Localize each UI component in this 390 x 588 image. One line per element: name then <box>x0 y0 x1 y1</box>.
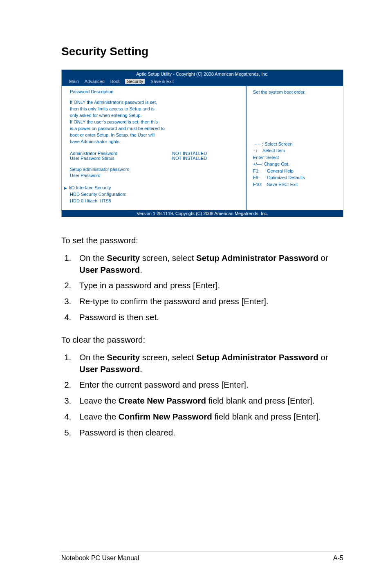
clear-step-2: Enter the current password and press [En… <box>74 379 343 391</box>
set-step-2: Type in a password and press [Enter]. <box>74 280 343 292</box>
desc-line: have Administrator rights. <box>70 139 241 145</box>
desc-line: then this only limits access to Setup an… <box>70 106 241 112</box>
password-description-title: Password Description <box>70 89 241 95</box>
nav-f9-key: F9: <box>253 174 267 181</box>
desc-line: is a power on password and must be enter… <box>70 126 241 132</box>
bios-left-pane: Password Description If ONLY the Adminis… <box>62 85 247 210</box>
desc-line: If ONLY the Administrator's password is … <box>70 99 241 106</box>
hdd0: HDD 0:Hitachi HTS5 <box>70 198 241 204</box>
footer-right: A-5 <box>333 554 343 562</box>
desc-line: If ONLY the user's password is set, then… <box>70 119 241 126</box>
set-password-intro: To set the password: <box>61 234 343 247</box>
arrow-ud-icon: ↑↓ <box>253 148 258 153</box>
bios-right-pane: Set the system boot order. →←: Select Sc… <box>247 85 343 210</box>
nav-optimized-defaults: Optimized Defaults <box>267 175 305 180</box>
user-password-status-label: User Password Status <box>70 156 172 161</box>
clear-step-5: Password is then cleared. <box>74 427 343 439</box>
arrow-lr-icon: →← <box>253 141 262 146</box>
clear-password-steps: On the Security screen, select Setup Adm… <box>61 352 343 438</box>
set-step-4: Password is then set. <box>74 312 343 323</box>
set-step-3: Re-type to confirm the password and pres… <box>74 296 343 307</box>
nav-general-help: General Help <box>267 168 294 173</box>
bios-title-bar: Aptio Setup Utility - Copyright (C) 2008… <box>62 70 343 78</box>
bios-menu-security: Security <box>125 79 145 84</box>
bios-menu-save-exit: Save & Exit <box>150 79 174 84</box>
nav-f1-key: F1: <box>253 168 267 175</box>
desc-line: boot or enter Setup. In Setup, the User … <box>70 132 241 139</box>
footer-left: Notebook PC User Manual <box>61 554 139 562</box>
nav-change-opt: +/—: Change Opt. <box>253 161 339 168</box>
bios-menu-advanced: Advanced <box>85 79 105 84</box>
page-footer: Notebook PC User Manual A-5 <box>61 552 343 562</box>
nav-select-item: Select Item <box>262 148 285 153</box>
clear-step-1: On the Security screen, select Setup Adm… <box>74 352 343 375</box>
set-step-1: On the Security screen, select Setup Adm… <box>74 252 343 276</box>
admin-password-label: Administrator Password <box>70 151 172 156</box>
bios-screenshot: Aptio Setup Utility - Copyright (C) 2008… <box>61 70 343 217</box>
desc-line: only asked for when entering Setup. <box>70 112 241 119</box>
bios-menu-main: Main <box>69 79 79 84</box>
admin-password-value: NOT INSTALLED <box>172 151 207 156</box>
setup-admin-password: Setup administrator password <box>70 166 241 173</box>
set-password-steps: On the Security screen, select Setup Adm… <box>61 252 343 323</box>
bios-menu-boot: Boot <box>110 79 120 84</box>
page-heading: Security Setting <box>61 45 343 58</box>
nav-select-screen: Select Screen <box>264 141 292 146</box>
help-text: Set the system boot order. <box>253 89 339 96</box>
hdd-security-config: HDD Security Configuration: <box>70 191 241 198</box>
bios-menu-bar: Main Advanced Boot Security Save & Exit <box>62 78 343 85</box>
clear-step-4: Leave the Confirm New Password field bla… <box>74 411 343 423</box>
nav-f10-key: F10: <box>253 181 267 188</box>
user-password-status-value: NOT INSTALLED <box>172 156 207 161</box>
io-interface-security: I/O Interface Security <box>64 185 241 191</box>
nav-enter: Enter: Select <box>253 154 339 161</box>
clear-step-3: Leave the Create New Password field blan… <box>74 395 343 407</box>
bios-footer: Version 1.28.1119. Copyright (C) 2008 Am… <box>62 210 343 217</box>
clear-password-intro: To clear the password: <box>61 334 343 346</box>
user-password: User Password <box>70 173 241 179</box>
nav-save-exit: Save ESC: Exit <box>267 182 298 187</box>
